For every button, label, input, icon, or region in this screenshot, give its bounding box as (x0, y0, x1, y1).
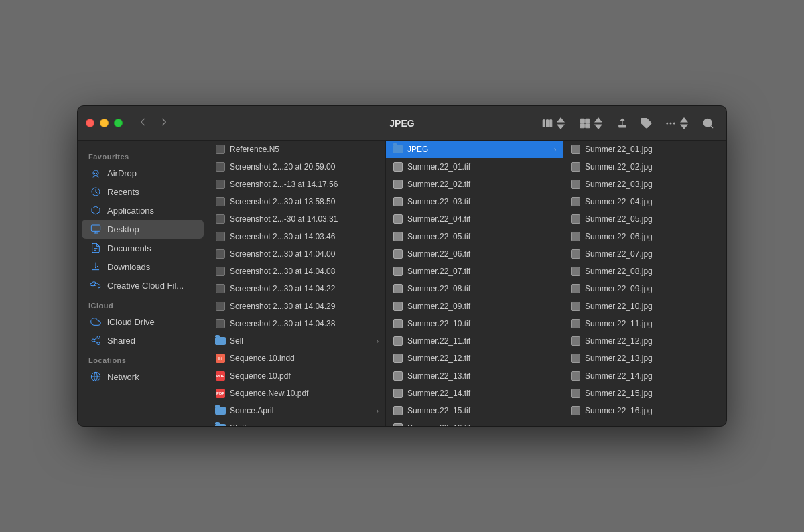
list-item[interactable]: Summer.22_15.tif (386, 402, 563, 419)
minimize-button[interactable] (100, 119, 109, 127)
list-item[interactable]: Summer.22_14.jpg (563, 367, 726, 385)
list-item[interactable]: Summer.22_16.jpg (563, 402, 726, 419)
sidebar-item-icloud-drive[interactable]: iCloud Drive (82, 312, 204, 331)
sidebar-item-applications[interactable]: Applications (82, 201, 204, 220)
list-item[interactable]: Summer.22_13.jpg (563, 350, 726, 367)
svg-rect-0 (543, 119, 545, 127)
traffic-lights (86, 119, 123, 127)
list-item-jpeg[interactable]: JPEG › (386, 141, 563, 158)
list-item[interactable]: Summer.22_10.jpg (563, 297, 726, 315)
list-item[interactable]: Summer.22_14.tif (386, 385, 563, 402)
list-item[interactable]: Screenshot 2...30 at 14.04.38 (208, 315, 385, 332)
svg-rect-1 (547, 119, 549, 127)
share-button[interactable] (612, 115, 632, 132)
list-item[interactable]: Summer.22_07.tif (386, 263, 563, 280)
column-2: JPEG › Summer.22_01.tif Summer.22_02.tif… (386, 141, 563, 426)
list-item[interactable]: Screenshot 2...30 at 14.04.00 (208, 245, 385, 263)
finder-window: JPEG (77, 105, 727, 427)
list-item[interactable]: Reference.N5 (208, 141, 385, 158)
folder-icon (215, 336, 226, 346)
downloads-icon (90, 261, 102, 273)
tif-icon (393, 371, 403, 381)
pdf-icon: PDF (215, 388, 226, 399)
nav-buttons (133, 115, 174, 131)
list-item[interactable]: Screenshot 2...30 at 13.58.50 (208, 193, 385, 210)
list-item[interactable]: Summer.22_03.jpg (563, 176, 726, 193)
list-item[interactable]: Summer.22_11.jpg (563, 315, 726, 332)
list-item[interactable]: Summer.22_03.tif (386, 193, 563, 210)
sidebar-item-airdrop[interactable]: AirDrop (82, 163, 204, 182)
jpg-icon (570, 231, 581, 242)
chevron-icon: › (377, 338, 379, 345)
tif-icon (393, 249, 403, 259)
list-item[interactable]: Screenshot 2...30 at 14.03.46 (208, 228, 385, 245)
indd-icon: Id (215, 353, 226, 364)
list-item[interactable]: Summer.22_11.tif (386, 332, 563, 350)
list-item[interactable]: Summer.22_09.jpg (563, 280, 726, 297)
tag-button[interactable] (636, 115, 657, 132)
svg-rect-6 (586, 123, 590, 127)
sidebar-item-desktop[interactable]: Desktop (82, 220, 204, 239)
list-item[interactable]: Summer.22_12.tif (386, 350, 563, 367)
list-item[interactable]: Summer.22_15.jpg (563, 385, 726, 402)
more-button[interactable] (661, 115, 694, 132)
sidebar-item-documents[interactable]: Documents (82, 239, 204, 257)
list-item[interactable]: Summer.22_01.jpg (563, 141, 726, 158)
list-item[interactable]: Summer.22_04.tif (386, 210, 563, 228)
screenshot-icon (215, 283, 226, 294)
list-item[interactable]: Summer.22_06.jpg (563, 228, 726, 245)
list-item[interactable]: Screenshot 2...30 at 14.04.29 (208, 297, 385, 315)
list-item[interactable]: Summer.22_04.jpg (563, 193, 726, 210)
list-item[interactable]: Summer.22_08.tif (386, 280, 563, 297)
sidebar-item-recents[interactable]: Recents (82, 182, 204, 201)
list-item[interactable]: Summer.22_13.tif (386, 367, 563, 385)
list-item[interactable]: Summer.22_10.tif (386, 315, 563, 332)
list-item[interactable]: Summer.22_05.jpg (563, 210, 726, 228)
network-label: Network (107, 372, 139, 382)
list-item[interactable]: Screenshot 2...-30 at 14.03.31 (208, 210, 385, 228)
sidebar-item-shared[interactable]: Shared (82, 331, 204, 350)
list-item[interactable]: Summer.22_02.jpg (563, 158, 726, 176)
sidebar-item-downloads[interactable]: Downloads (82, 257, 204, 276)
back-button[interactable] (133, 115, 152, 131)
jpg-icon (570, 353, 581, 364)
svg-point-9 (670, 122, 672, 124)
group-by-button[interactable] (575, 115, 608, 132)
maximize-button[interactable] (114, 119, 123, 127)
list-item[interactable]: Id Sequence.10.indd (208, 350, 385, 367)
list-item[interactable]: Summer.22_06.tif (386, 245, 563, 263)
list-item[interactable]: Summer.22_05.tif (386, 228, 563, 245)
screenshot-icon (215, 179, 226, 190)
list-item[interactable]: Source.April › (208, 402, 385, 419)
pdf-icon: PDF (215, 371, 226, 381)
list-item[interactable]: Summer.22_09.tif (386, 297, 563, 315)
jpg-icon (570, 196, 581, 207)
sidebar-item-network[interactable]: Network (82, 367, 204, 386)
list-item[interactable]: Summer.22_07.jpg (563, 245, 726, 263)
list-item[interactable]: Screenshot 2...20 at 20.59.00 (208, 158, 385, 176)
screenshot-icon (215, 144, 226, 155)
list-item[interactable]: Summer.22_02.tif (386, 176, 563, 193)
close-button[interactable] (86, 119, 94, 127)
columns-area: Reference.N5 Screenshot 2...20 at 20.59.… (208, 141, 726, 426)
jpg-icon (570, 405, 581, 416)
view-columns-button[interactable] (537, 115, 571, 132)
list-item[interactable]: Screenshot 2...-13 at 14.17.56 (208, 176, 385, 193)
jpg-icon (570, 266, 581, 277)
list-item[interactable]: Summer.22_08.jpg (563, 263, 726, 280)
title-bar: JPEG (78, 106, 726, 141)
icloud-drive-label: iCloud Drive (107, 317, 155, 327)
list-item[interactable]: Summer.22_12.jpg (563, 332, 726, 350)
list-item[interactable]: PDF Sequence.New.10.pdf (208, 385, 385, 402)
list-item[interactable]: Screenshot 2...30 at 14.04.22 (208, 280, 385, 297)
list-item[interactable]: Summer.22_01.tif (386, 158, 563, 176)
list-item[interactable]: Stuff › (208, 419, 385, 426)
tif-icon (393, 196, 403, 207)
forward-button[interactable] (155, 115, 174, 131)
list-item[interactable]: Summer.22_16.tif (386, 419, 563, 426)
search-button[interactable] (698, 115, 718, 132)
list-item[interactable]: Sell › (208, 332, 385, 350)
list-item[interactable]: PDF Sequence.10.pdf (208, 367, 385, 385)
list-item[interactable]: Screenshot 2...30 at 14.04.08 (208, 263, 385, 280)
sidebar-item-creative-cloud[interactable]: Creative Cloud Fil... (82, 276, 204, 295)
